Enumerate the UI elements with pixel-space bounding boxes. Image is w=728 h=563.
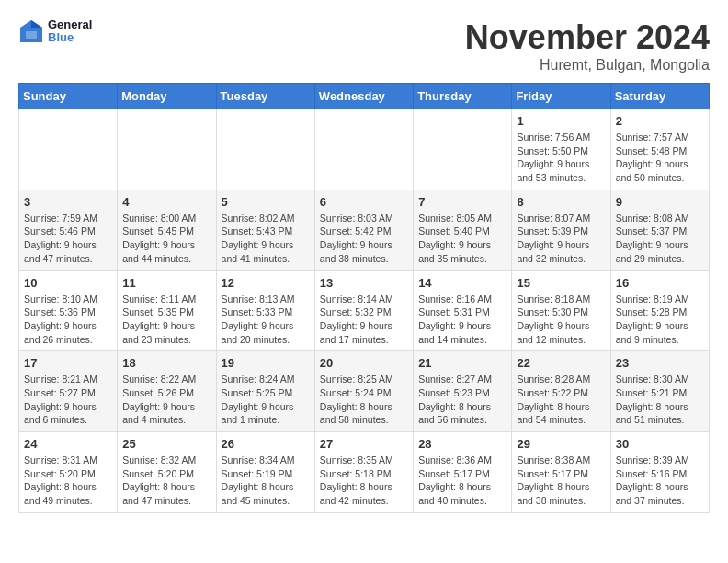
- calendar-cell: 8Sunrise: 8:07 AM Sunset: 5:39 PM Daylig…: [512, 190, 610, 270]
- day-info: Sunrise: 8:14 AM Sunset: 5:32 PM Dayligh…: [320, 293, 408, 347]
- day-number: 19: [222, 356, 310, 370]
- day-number: 4: [122, 195, 210, 209]
- weekday-header: Tuesday: [216, 84, 314, 109]
- day-number: 24: [24, 437, 112, 451]
- calendar-cell: 26Sunrise: 8:34 AM Sunset: 5:19 PM Dayli…: [216, 432, 314, 513]
- svg-marker-1: [31, 20, 42, 28]
- day-info: Sunrise: 7:56 AM Sunset: 5:50 PM Dayligh…: [517, 131, 605, 185]
- day-info: Sunrise: 8:10 AM Sunset: 5:36 PM Dayligh…: [24, 293, 112, 347]
- calendar-cell: 25Sunrise: 8:32 AM Sunset: 5:20 PM Dayli…: [118, 432, 216, 513]
- weekday-header: Saturday: [610, 84, 709, 109]
- calendar-cell: 7Sunrise: 8:05 AM Sunset: 5:40 PM Daylig…: [414, 190, 512, 270]
- calendar-cell: 9Sunrise: 8:08 AM Sunset: 5:37 PM Daylig…: [610, 190, 709, 270]
- day-number: 22: [517, 356, 605, 370]
- day-info: Sunrise: 8:36 AM Sunset: 5:17 PM Dayligh…: [418, 454, 506, 508]
- day-number: 25: [122, 437, 210, 451]
- day-info: Sunrise: 8:31 AM Sunset: 5:20 PM Dayligh…: [24, 454, 112, 508]
- calendar-cell: 14Sunrise: 8:16 AM Sunset: 5:31 PM Dayli…: [414, 270, 512, 351]
- day-info: Sunrise: 8:18 AM Sunset: 5:30 PM Dayligh…: [517, 293, 605, 347]
- logo-icon: [18, 18, 44, 44]
- day-info: Sunrise: 8:21 AM Sunset: 5:27 PM Dayligh…: [24, 373, 112, 427]
- calendar-cell: 13Sunrise: 8:14 AM Sunset: 5:32 PM Dayli…: [314, 270, 413, 351]
- calendar-cell: 19Sunrise: 8:24 AM Sunset: 5:25 PM Dayli…: [216, 351, 314, 432]
- calendar-cell: 28Sunrise: 8:36 AM Sunset: 5:17 PM Dayli…: [414, 432, 512, 513]
- location-subtitle: Huremt, Bulgan, Mongolia: [465, 57, 710, 74]
- calendar-cell: 5Sunrise: 8:02 AM Sunset: 5:43 PM Daylig…: [216, 190, 314, 270]
- calendar-cell: 16Sunrise: 8:19 AM Sunset: 5:28 PM Dayli…: [610, 270, 709, 351]
- day-number: 9: [616, 195, 704, 209]
- day-info: Sunrise: 8:38 AM Sunset: 5:17 PM Dayligh…: [517, 454, 605, 508]
- day-info: Sunrise: 8:35 AM Sunset: 5:18 PM Dayligh…: [320, 454, 408, 508]
- calendar-cell: 11Sunrise: 8:11 AM Sunset: 5:35 PM Dayli…: [118, 270, 216, 351]
- calendar-cell: 1Sunrise: 7:56 AM Sunset: 5:50 PM Daylig…: [512, 109, 610, 190]
- svg-rect-2: [26, 31, 37, 39]
- day-info: Sunrise: 8:19 AM Sunset: 5:28 PM Dayligh…: [616, 293, 704, 347]
- day-number: 8: [517, 195, 605, 209]
- day-info: Sunrise: 8:05 AM Sunset: 5:40 PM Dayligh…: [418, 212, 506, 266]
- day-info: Sunrise: 8:08 AM Sunset: 5:37 PM Dayligh…: [616, 212, 704, 266]
- calendar-cell: 17Sunrise: 8:21 AM Sunset: 5:27 PM Dayli…: [19, 351, 118, 432]
- day-number: 21: [418, 356, 506, 370]
- day-number: 16: [616, 276, 704, 290]
- calendar-cell: 12Sunrise: 8:13 AM Sunset: 5:33 PM Dayli…: [216, 270, 314, 351]
- day-info: Sunrise: 7:59 AM Sunset: 5:46 PM Dayligh…: [24, 212, 112, 266]
- day-number: 7: [418, 195, 506, 209]
- day-info: Sunrise: 8:28 AM Sunset: 5:22 PM Dayligh…: [517, 373, 605, 427]
- day-number: 18: [122, 356, 210, 370]
- day-info: Sunrise: 8:32 AM Sunset: 5:20 PM Dayligh…: [122, 454, 210, 508]
- calendar-cell: 20Sunrise: 8:25 AM Sunset: 5:24 PM Dayli…: [314, 351, 413, 432]
- day-number: 15: [517, 276, 605, 290]
- day-number: 30: [616, 437, 704, 451]
- calendar-cell: 24Sunrise: 8:31 AM Sunset: 5:20 PM Dayli…: [19, 432, 118, 513]
- calendar-table: SundayMondayTuesdayWednesdayThursdayFrid…: [18, 83, 710, 513]
- day-info: Sunrise: 8:13 AM Sunset: 5:33 PM Dayligh…: [222, 293, 310, 347]
- day-number: 14: [418, 276, 506, 290]
- weekday-header-row: SundayMondayTuesdayWednesdayThursdayFrid…: [19, 84, 710, 109]
- day-info: Sunrise: 8:39 AM Sunset: 5:16 PM Dayligh…: [616, 454, 704, 508]
- calendar-cell: [216, 109, 314, 190]
- month-title: November 2024: [465, 18, 710, 57]
- calendar-cell: 29Sunrise: 8:38 AM Sunset: 5:17 PM Dayli…: [512, 432, 610, 513]
- day-number: 5: [222, 195, 310, 209]
- calendar-cell: [19, 109, 118, 190]
- calendar-cell: 27Sunrise: 8:35 AM Sunset: 5:18 PM Dayli…: [314, 432, 413, 513]
- calendar-cell: 3Sunrise: 7:59 AM Sunset: 5:46 PM Daylig…: [19, 190, 118, 270]
- day-number: 10: [24, 276, 112, 290]
- calendar-cell: [414, 109, 512, 190]
- weekday-header: Wednesday: [314, 84, 413, 109]
- day-info: Sunrise: 8:30 AM Sunset: 5:21 PM Dayligh…: [616, 373, 704, 427]
- calendar-cell: [118, 109, 216, 190]
- day-info: Sunrise: 8:34 AM Sunset: 5:19 PM Dayligh…: [222, 454, 310, 508]
- day-number: 27: [320, 437, 408, 451]
- day-info: Sunrise: 8:11 AM Sunset: 5:35 PM Dayligh…: [122, 293, 210, 347]
- day-info: Sunrise: 8:27 AM Sunset: 5:23 PM Dayligh…: [418, 373, 506, 427]
- day-info: Sunrise: 8:25 AM Sunset: 5:24 PM Dayligh…: [320, 373, 408, 427]
- logo-text: General Blue: [48, 18, 92, 45]
- day-info: Sunrise: 8:07 AM Sunset: 5:39 PM Dayligh…: [517, 212, 605, 266]
- calendar-cell: 10Sunrise: 8:10 AM Sunset: 5:36 PM Dayli…: [19, 270, 118, 351]
- logo: General Blue: [18, 18, 92, 45]
- day-number: 17: [24, 356, 112, 370]
- calendar-cell: 21Sunrise: 8:27 AM Sunset: 5:23 PM Dayli…: [414, 351, 512, 432]
- day-number: 13: [320, 276, 408, 290]
- calendar-cell: 6Sunrise: 8:03 AM Sunset: 5:42 PM Daylig…: [314, 190, 413, 270]
- title-block: November 2024 Huremt, Bulgan, Mongolia: [465, 18, 710, 74]
- calendar-cell: 2Sunrise: 7:57 AM Sunset: 5:48 PM Daylig…: [610, 109, 709, 190]
- page-header: General Blue November 2024 Huremt, Bulga…: [18, 18, 710, 74]
- day-number: 20: [320, 356, 408, 370]
- day-number: 26: [222, 437, 310, 451]
- calendar-cell: 22Sunrise: 8:28 AM Sunset: 5:22 PM Dayli…: [512, 351, 610, 432]
- calendar-cell: 23Sunrise: 8:30 AM Sunset: 5:21 PM Dayli…: [610, 351, 709, 432]
- day-info: Sunrise: 7:57 AM Sunset: 5:48 PM Dayligh…: [616, 131, 704, 185]
- day-number: 3: [24, 195, 112, 209]
- day-number: 2: [616, 114, 704, 128]
- day-number: 1: [517, 114, 605, 128]
- weekday-header: Thursday: [414, 84, 512, 109]
- calendar-cell: [314, 109, 413, 190]
- day-info: Sunrise: 8:24 AM Sunset: 5:25 PM Dayligh…: [222, 373, 310, 427]
- calendar-cell: 30Sunrise: 8:39 AM Sunset: 5:16 PM Dayli…: [610, 432, 709, 513]
- weekday-header: Monday: [118, 84, 216, 109]
- calendar-week-row: 24Sunrise: 8:31 AM Sunset: 5:20 PM Dayli…: [19, 432, 710, 513]
- day-info: Sunrise: 8:22 AM Sunset: 5:26 PM Dayligh…: [122, 373, 210, 427]
- day-info: Sunrise: 8:00 AM Sunset: 5:45 PM Dayligh…: [122, 212, 210, 266]
